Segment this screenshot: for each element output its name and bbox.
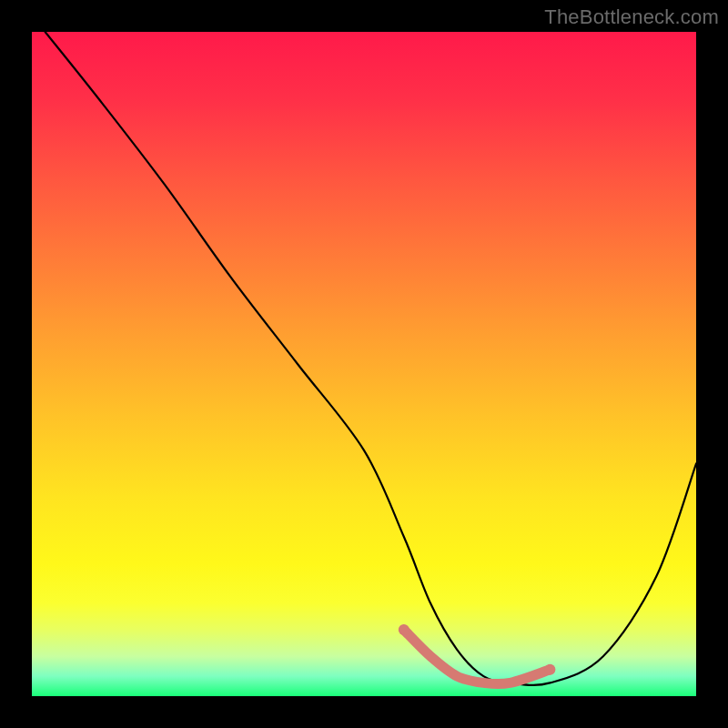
highlight-dot-right bbox=[544, 664, 555, 675]
optimal-range-highlight bbox=[404, 630, 551, 684]
bottleneck-curve bbox=[46, 32, 696, 685]
curve-layer bbox=[32, 32, 696, 696]
highlight-dot-left bbox=[399, 624, 410, 635]
plot-area bbox=[32, 32, 696, 696]
chart-frame: TheBottleneck.com bbox=[0, 0, 728, 728]
watermark-text: TheBottleneck.com bbox=[544, 5, 719, 29]
